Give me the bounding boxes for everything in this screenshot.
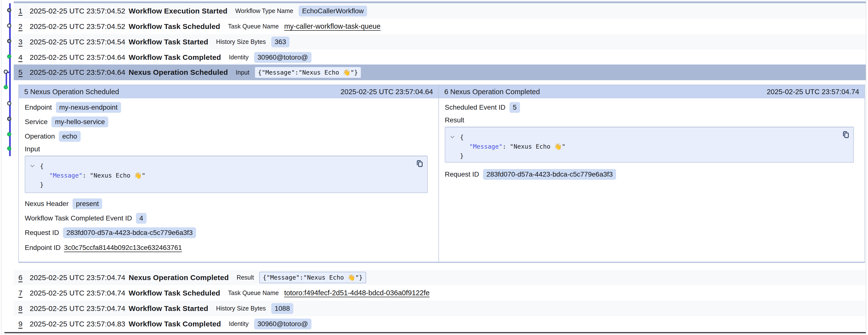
event-name: Workflow Task Started [129, 304, 208, 313]
field-label: Service [25, 118, 48, 126]
json-brace: { [40, 163, 43, 170]
event-id-link[interactable]: 4 [19, 53, 26, 61]
event-row-7[interactable]: 7 2025-02-25 UTC 23:57:04.74 Workflow Ta… [14, 285, 866, 301]
event-timestamp: 2025-02-25 UTC 23:57:04.74 [30, 304, 129, 313]
field-request-id: Request ID 283fd070-d57a-4423-bdca-c5c77… [445, 169, 859, 180]
event-id-link[interactable]: 8 [19, 304, 26, 313]
event-timestamp: 2025-02-25 UTC 23:57:04.64 [30, 53, 129, 61]
event-id-link[interactable]: 6 [19, 274, 26, 282]
field-value-badge: my-nexus-endpoint [56, 102, 121, 113]
card-timestamp: 2025-02-25 UTC 23:57:04.64 [341, 88, 433, 96]
timeline-dot-event-1 [7, 8, 11, 12]
field-endpoint-id: Endpoint ID 3c0c75ccfa8144b092c13ce63246… [25, 242, 433, 253]
event-name: Nexus Operation Completed [129, 274, 229, 282]
json-brace: } [460, 152, 464, 160]
event-detail-label: Task Queue Name [228, 289, 279, 297]
json-value: "Nexus Echo 👋" [510, 143, 566, 150]
event-detail-badge: 1088 [271, 303, 293, 314]
event-name: Workflow Task Started [129, 38, 208, 46]
event-row-2[interactable]: 2 2025-02-25 UTC 23:57:04.52 Workflow Ta… [14, 19, 866, 34]
timeline-dot-event-3 [7, 39, 11, 43]
json-brace: { [460, 134, 464, 141]
event-detail-badge: 30960@totoro@ [254, 318, 311, 329]
previous-panel-border [14, 1, 866, 3]
event-timestamp: 2025-02-25 UTC 23:57:04.74 [30, 274, 129, 282]
field-label: Endpoint ID [25, 244, 61, 252]
copy-icon[interactable] [415, 159, 424, 168]
event-detail-label: Task Queue Name [228, 23, 279, 30]
event-result-code-badge: {"Message":"Nexus Echo 👋"} [259, 272, 366, 283]
event-row-9[interactable]: 9 2025-02-25 UTC 23:57:04.83 Workflow Ta… [14, 316, 866, 332]
event-timestamp: 2025-02-25 UTC 23:57:04.52 [30, 7, 129, 15]
event-detail-label: Input [236, 69, 249, 76]
field-label: Endpoint [25, 104, 52, 111]
card-title: 5 Nexus Operation Scheduled [24, 88, 119, 96]
event-row-3[interactable]: 3 2025-02-25 UTC 23:57:04.54 Workflow Ta… [14, 34, 866, 50]
field-value-badge: 5 [509, 102, 520, 113]
event-row-5-selected[interactable]: 5 2025-02-25 UTC 23:57:04.64 Nexus Opera… [14, 64, 866, 80]
json-brace: } [40, 181, 43, 188]
input-label: Input [25, 145, 433, 153]
timeline-dot-event-8 [7, 117, 11, 121]
event-timestamp: 2025-02-25 UTC 23:57:04.64 [30, 68, 129, 77]
event-timestamp: 2025-02-25 UTC 23:57:04.74 [30, 289, 129, 297]
event-id-link[interactable]: 9 [19, 320, 26, 328]
event-name: Workflow Execution Started [129, 7, 227, 15]
input-code-block: { "Message": "Nexus Echo 👋" } [25, 156, 428, 193]
field-scheduled-event-id: Scheduled Event ID 5 [445, 102, 859, 113]
json-key: "Message" [469, 143, 502, 150]
event-detail-panel: 5 Nexus Operation Scheduled 2025-02-25 U… [19, 85, 865, 263]
timeline-dot-event-5 [4, 69, 8, 74]
nexus-scheduled-card: 5 Nexus Operation Scheduled 2025-02-25 U… [19, 85, 439, 262]
json-key: "Message" [49, 172, 82, 179]
event-detail-label: Identity [229, 320, 249, 327]
field-operation: Operation echo [25, 131, 433, 142]
copy-icon[interactable] [841, 130, 850, 140]
event-id-link[interactable]: 1 [19, 7, 26, 15]
event-row-6[interactable]: 6 2025-02-25 UTC 23:57:04.74 Nexus Opera… [14, 270, 866, 285]
field-wtc-event-id: Workflow Task Completed Event ID 4 [25, 213, 433, 224]
event-detail-badge: EchoCallerWorkflow [299, 6, 367, 17]
event-id-link[interactable]: 2 [19, 22, 26, 31]
event-id-link[interactable]: 7 [19, 289, 26, 297]
event-name: Nexus Operation Scheduled [129, 68, 228, 77]
field-value-badge: 283fd070-d57a-4423-bdca-c5c779e6a3f3 [63, 227, 196, 238]
chevron-down-icon[interactable] [29, 163, 35, 169]
timeline-dot-event-4 [7, 54, 11, 59]
field-value-badge: echo [59, 131, 81, 142]
field-value-badge: 4 [136, 213, 147, 224]
event-row-4[interactable]: 4 2025-02-25 UTC 23:57:04.64 Workflow Ta… [14, 50, 866, 65]
event-id-link[interactable]: 3 [19, 38, 26, 46]
field-label: Nexus Header [25, 200, 69, 208]
field-endpoint: Endpoint my-nexus-endpoint [25, 102, 433, 113]
event-row-8[interactable]: 8 2025-02-25 UTC 23:57:04.74 Workflow Ta… [14, 301, 866, 316]
endpoint-id-link[interactable]: 3c0c75ccfa8144b092c13ce632463761 [64, 244, 182, 252]
timeline-dot-event-7 [7, 101, 11, 106]
json-value: "Nexus Echo 👋" [90, 172, 146, 179]
card-header: 5 Nexus Operation Scheduled 2025-02-25 U… [19, 85, 438, 99]
event-history-view: 1 2025-02-25 UTC 23:57:04.52 Workflow Ex… [0, 0, 868, 335]
json-viewer: { "Message": "Nexus Echo 👋" } [25, 156, 427, 190]
result-label: Result [445, 116, 859, 124]
event-row-1[interactable]: 1 2025-02-25 UTC 23:57:04.52 Workflow Ex… [14, 3, 866, 19]
event-timestamp: 2025-02-25 UTC 23:57:04.52 [30, 22, 129, 31]
timeline-dot-event-2 [7, 24, 11, 28]
json-colon: : [502, 143, 510, 150]
event-name: Workflow Task Completed [129, 320, 221, 328]
event-name: Workflow Task Completed [129, 53, 221, 61]
field-service: Service my-hello-service [25, 116, 433, 127]
task-queue-link[interactable]: my-caller-workflow-task-queue [284, 22, 380, 30]
card-timestamp: 2025-02-25 UTC 23:57:04.74 [767, 88, 859, 96]
container-right-border [866, 0, 866, 335]
field-label: Request ID [25, 229, 59, 236]
card-header: 6 Nexus Operation Completed 2025-02-25 U… [439, 85, 865, 99]
task-queue-link[interactable]: totoro:f494fecf-2d51-4d48-bdcd-036a0f912… [284, 289, 430, 297]
event-id-link[interactable]: 5 [19, 68, 26, 77]
event-name: Workflow Task Scheduled [129, 289, 220, 297]
chevron-down-icon[interactable] [449, 134, 456, 140]
event-input-code-badge: {"Message":"Nexus Echo 👋"} [255, 67, 361, 78]
event-detail-label: Workflow Type Name [235, 7, 293, 15]
field-value-badge: present [72, 198, 102, 209]
field-label: Operation [25, 133, 55, 140]
bottom-separator [4, 332, 866, 333]
